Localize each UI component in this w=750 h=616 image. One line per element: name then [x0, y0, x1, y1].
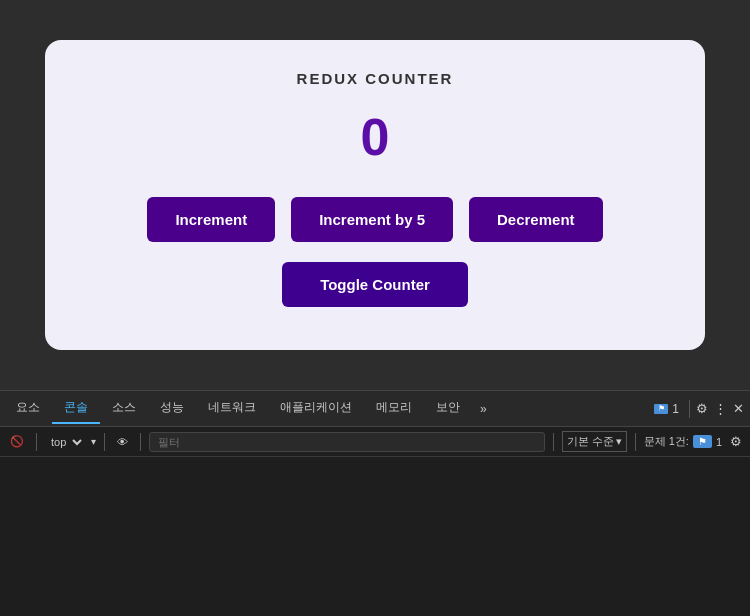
divider — [689, 400, 690, 418]
devtools-panel: 요소 콘솔 소스 성능 네트워크 애플리케이션 메모리 보안 » ⚑ 1 ⚙ ⋮… — [0, 390, 750, 616]
eye-button[interactable]: 👁 — [113, 434, 132, 450]
console-filter-input[interactable] — [149, 432, 545, 452]
console-output: . — [0, 457, 750, 616]
console-settings-button[interactable]: ⚙ — [728, 432, 744, 451]
tab-sources[interactable]: 소스 — [100, 393, 148, 424]
more-tabs-button[interactable]: » — [472, 396, 495, 422]
app-title: REDUX COUNTER — [297, 70, 454, 87]
toolbar-divider-3 — [140, 433, 141, 451]
increment-by-button[interactable]: Increment by 5 — [291, 197, 453, 242]
console-empty-state: . — [8, 461, 742, 462]
log-level-label: 기본 수준 — [567, 434, 614, 449]
toolbar-divider-2 — [104, 433, 105, 451]
toolbar-divider-1 — [36, 433, 37, 451]
counter-card: REDUX COUNTER 0 Increment Increment by 5… — [45, 40, 705, 350]
settings-gear-button[interactable]: ⚙ — [694, 399, 710, 418]
flag-icon: ⚑ — [654, 404, 668, 414]
issues-area: 문제 1건: ⚑ 1 — [644, 434, 722, 449]
issues-count: 1 — [716, 436, 722, 448]
console-toolbar: 🚫 top ▾ 👁 기본 수준 ▾ 문제 1건: ⚑ 1 ⚙ — [0, 427, 750, 457]
tab-performance[interactable]: 성능 — [148, 393, 196, 424]
devtools-icons-area: ⚑ 1 ⚙ ⋮ ✕ — [648, 398, 746, 420]
tab-console[interactable]: 콘솔 — [52, 393, 100, 424]
context-selector[interactable]: top — [45, 433, 85, 451]
chevron-down-icon: ▾ — [91, 436, 96, 447]
tab-memory[interactable]: 메모리 — [364, 393, 424, 424]
tab-application[interactable]: 애플리케이션 — [268, 393, 364, 424]
counter-value: 0 — [361, 107, 390, 167]
toolbar-divider-5 — [635, 433, 636, 451]
toggle-row: Toggle Counter — [282, 262, 468, 307]
tab-network[interactable]: 네트워크 — [196, 393, 268, 424]
main-area: REDUX COUNTER 0 Increment Increment by 5… — [0, 0, 750, 390]
devtools-close-button[interactable]: ✕ — [731, 399, 746, 418]
toolbar-divider-4 — [553, 433, 554, 451]
level-chevron-icon: ▾ — [616, 435, 622, 448]
flag-count: 1 — [672, 402, 679, 416]
increment-button[interactable]: Increment — [147, 197, 275, 242]
buttons-row: Increment Increment by 5 Decrement — [147, 197, 602, 242]
devtools-flag-icon-with-count: ⚑ 1 — [648, 398, 685, 420]
eye-icon: 👁 — [117, 436, 128, 448]
log-level-button[interactable]: 기본 수준 ▾ — [562, 431, 627, 452]
tab-security[interactable]: 보안 — [424, 393, 472, 424]
toggle-counter-button[interactable]: Toggle Counter — [282, 262, 468, 307]
decrement-button[interactable]: Decrement — [469, 197, 603, 242]
ban-icon: 🚫 — [10, 435, 24, 448]
clear-console-button[interactable]: 🚫 — [6, 433, 28, 450]
issues-label: 문제 1건: — [644, 434, 689, 449]
devtools-tabs-bar: 요소 콘솔 소스 성능 네트워크 애플리케이션 메모리 보안 » ⚑ 1 ⚙ ⋮… — [0, 391, 750, 427]
devtools-more-button[interactable]: ⋮ — [712, 399, 729, 418]
tab-elements[interactable]: 요소 — [4, 393, 52, 424]
issues-flag-icon: ⚑ — [693, 435, 712, 448]
